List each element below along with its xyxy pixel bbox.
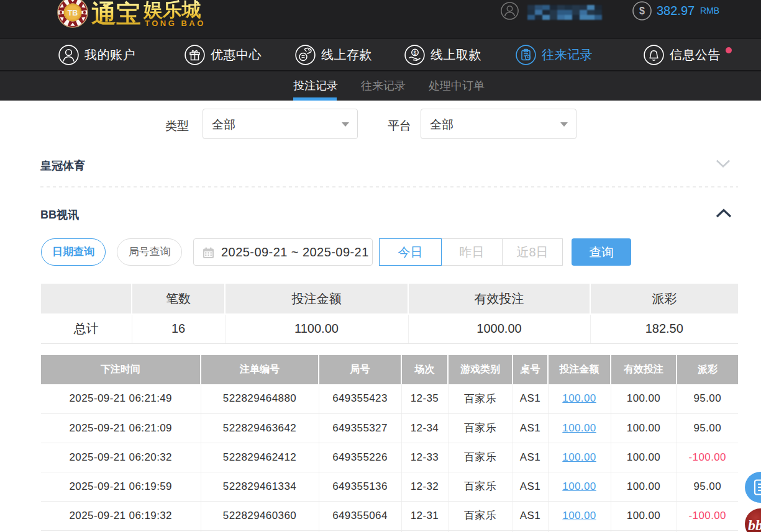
svg-text:$: $: [413, 50, 416, 56]
svg-text:TB: TB: [68, 9, 78, 17]
svg-text:$: $: [639, 6, 645, 16]
